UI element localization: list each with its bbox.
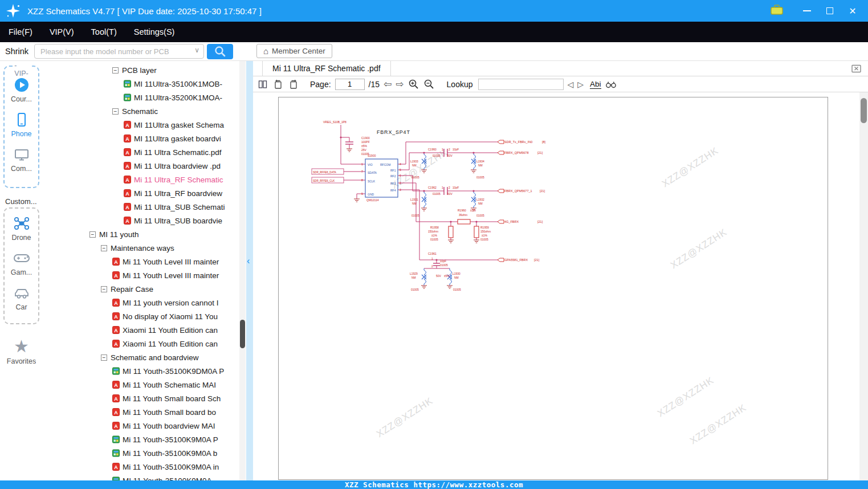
tree-file[interactable]: AMi 11 Ultra Schematic.pdf <box>43 145 246 159</box>
tree-file[interactable]: Mi 11 Youth-35100K9M0A b <box>43 446 246 460</box>
model-search: ∨ <box>34 44 204 59</box>
tree-folder[interactable]: −PCB layer <box>43 63 246 77</box>
tree-file[interactable]: MI 11 Youth-35100K9M0A <box>43 474 246 480</box>
tree-file[interactable]: AMi 11 Youth Schematic MAI <box>43 378 246 392</box>
tree-folder[interactable]: −Repair Case <box>43 282 246 296</box>
rotate-left-icon[interactable] <box>272 79 284 90</box>
svg-text:NM: NM <box>412 202 417 205</box>
tree-file[interactable]: AMi 11 Youth Level III mainter <box>43 255 246 268</box>
collapse-icon[interactable]: − <box>101 354 107 361</box>
tree-folder[interactable]: −Maintenance ways <box>43 241 246 255</box>
sidebar-item-course[interactable]: Cour... <box>5 77 38 103</box>
board-file-icon <box>124 93 131 101</box>
sidebar-item-favorites[interactable]: ★ Favorites <box>0 338 43 365</box>
menu-item[interactable]: Tool(T) <box>83 27 125 36</box>
collapse-icon[interactable]: − <box>89 231 96 238</box>
viewer-scrollbar-thumb[interactable] <box>861 98 867 123</box>
main-area: Mi 11 Ultra_RF Schematic .pdf Page: /15 … <box>253 61 868 480</box>
svg-text:RFCOM: RFCOM <box>380 163 390 166</box>
next-page-icon[interactable]: ⇨ <box>396 79 404 89</box>
collapse-chevron-icon[interactable]: ‹ <box>247 256 250 266</box>
board-file-icon <box>112 367 120 375</box>
collapse-icon[interactable]: − <box>101 245 107 251</box>
tree-file[interactable]: AMi 11 Youth Small board bo <box>43 405 246 419</box>
svg-text:[21]: [21] <box>534 258 540 262</box>
menu-item[interactable]: VIP(V) <box>41 27 83 36</box>
collapse-icon[interactable]: − <box>112 108 119 115</box>
tree-item-label: MI 11Ultra gasket Schema <box>134 121 224 129</box>
tree-file[interactable]: AMi 11 Ultra_RF Schematic <box>43 173 246 186</box>
collapse-icon[interactable]: − <box>101 286 107 292</box>
maximize-button[interactable] <box>822 3 837 18</box>
tab-document[interactable]: Mi 11 Ultra_RF Schematic .pdf <box>262 61 391 76</box>
sidebar-item-computer[interactable]: Com... <box>5 146 38 173</box>
facing-pages-icon[interactable] <box>257 79 268 90</box>
tree-file[interactable]: AMi 11 Ultra_SUB boardvie <box>43 214 246 227</box>
panel-splitter[interactable]: ‹ <box>246 61 253 480</box>
pdf-viewer[interactable]: XZZ@XZZHKXZZ@XZZHKXZZ@XZZHKXZZ@XZZHKXZZ@… <box>253 92 868 480</box>
tree-file[interactable]: AMi 11 Youth Level III mainter <box>43 268 246 282</box>
rotate-right-icon[interactable] <box>288 79 299 90</box>
svg-text:±5%: ±5% <box>361 144 368 148</box>
tree-folder[interactable]: −MI 11 youth <box>43 227 246 241</box>
tree-file[interactable]: ANo display of Xiaomi 11 You <box>43 309 246 323</box>
document-tabbar: Mi 11 Ultra_RF Schematic .pdf <box>253 61 868 76</box>
sidebar-item-phone[interactable]: Phone <box>5 112 38 138</box>
svg-text:L1934: L1934 <box>476 160 484 163</box>
tree-file[interactable]: AMi 11 Youth Small board Sch <box>43 392 246 405</box>
tree-file[interactable]: AMI 11Ultra gasket boardvi <box>43 132 246 145</box>
tree-file[interactable]: AMi 11 Youth boardview MAI <box>43 419 246 433</box>
zoom-out-icon[interactable] <box>423 79 435 90</box>
sidebar-item-gamepad[interactable]: Gam... <box>5 250 38 276</box>
next-match-icon[interactable]: ▷ <box>577 80 584 89</box>
tree-item-label: Mi 11 Youth Small board Sch <box>123 394 221 403</box>
tree-item-label: Mi 11 Ultra_RF boardview <box>134 189 222 198</box>
vip-briefcase-icon[interactable] <box>770 4 784 18</box>
tree-file[interactable]: AMI 11Ultra gasket Schema <box>43 118 246 132</box>
tree-file[interactable]: AMi 11 Ultra boardview .pd <box>43 159 246 173</box>
sidebar-item-label: Phone <box>11 130 31 138</box>
svg-text:VIO: VIO <box>368 163 373 166</box>
menu-item[interactable]: Settings(S) <box>125 27 184 36</box>
tree-scrollbar[interactable] <box>239 61 246 480</box>
shrink-button[interactable]: Shrink <box>5 47 28 56</box>
svg-text:1: 1 <box>442 148 443 151</box>
tree-file[interactable]: AMi 11 Ultra_RF boardview <box>43 186 246 200</box>
model-search-input[interactable] <box>34 44 204 59</box>
svg-text:SDATA: SDATA <box>368 171 377 174</box>
menu-item[interactable]: File(F) <box>0 27 41 36</box>
tree-file[interactable]: MI 11 Youth-35100K9DM0A P <box>43 364 246 378</box>
search-button[interactable] <box>207 44 233 59</box>
sidebar-item-drone[interactable]: Drone <box>5 215 38 242</box>
tree-scrollbar-thumb[interactable] <box>240 320 245 348</box>
lookup-input[interactable] <box>478 79 564 90</box>
tree-file[interactable]: AMi 11 Ultra_SUB Schemati <box>43 200 246 214</box>
dropdown-icon[interactable]: ∨ <box>194 46 199 54</box>
binoculars-icon[interactable] <box>605 79 617 90</box>
sidebar-item-car[interactable]: Car <box>5 285 38 311</box>
close-document-icon[interactable] <box>851 64 861 75</box>
minimize-button[interactable] <box>800 3 814 18</box>
tree-file[interactable]: AXiaomi 11 Youth Edition can <box>43 337 246 351</box>
tree-file[interactable]: MI 11Ultra-35100K1MOB- <box>43 77 246 91</box>
svg-text:C1960: C1960 <box>428 148 437 151</box>
tree-file[interactable]: Mi 11 Youth-35100K9M0A P <box>43 433 246 446</box>
statusbar: XZZ Schematics https://www.xzztools.com <box>0 480 868 489</box>
viewer-scrollbar[interactable] <box>859 92 868 480</box>
prev-match-icon[interactable]: ◁ <box>568 80 574 89</box>
tree-file[interactable]: AXiaomi 11 Youth Edition can <box>43 323 246 337</box>
zoom-in-icon[interactable] <box>408 79 419 90</box>
svg-text:A: A <box>114 314 118 320</box>
match-case-button[interactable]: Abi <box>590 80 601 89</box>
tree-folder[interactable]: −Schematic <box>43 104 246 118</box>
close-button[interactable]: ✕ <box>845 3 860 18</box>
tree-folder[interactable]: −Schematic and boardview <box>43 351 246 364</box>
tree-file[interactable]: AMi 11 Youth-35100K9M0A in <box>43 460 246 474</box>
svg-text:01005: 01005 <box>411 176 419 179</box>
tree-file[interactable]: AMI 11 youth version cannot I <box>43 296 246 309</box>
page-number-input[interactable] <box>335 79 365 90</box>
collapse-icon[interactable]: − <box>112 67 119 74</box>
prev-page-icon[interactable]: ⇦ <box>384 79 392 89</box>
member-center-button[interactable]: ⌂ Member Center <box>256 44 332 58</box>
tree-file[interactable]: MI 11Ultra-35200K1MOA- <box>43 91 246 104</box>
